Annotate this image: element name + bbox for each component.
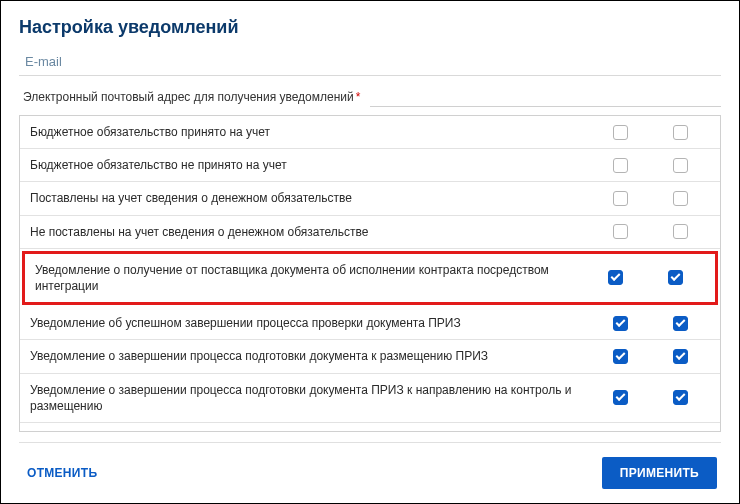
checkbox-column [590,316,650,331]
checkbox[interactable] [673,316,688,331]
email-label: Электронный почтовый адрес для получения… [23,90,354,104]
row-label: Уведомление о технической ошибке при раб… [30,431,590,432]
email-input[interactable] [370,86,721,107]
tab-email[interactable]: E-mail [19,48,721,76]
checkbox[interactable] [613,125,628,140]
checkbox-column [650,349,710,364]
checkbox-column [590,158,650,173]
checkbox-column [650,431,710,432]
table-row: Бюджетное обязательство принято на учет [20,116,720,149]
checkbox[interactable] [613,158,628,173]
checkbox[interactable] [668,270,683,285]
checkbox[interactable] [613,191,628,206]
checkbox[interactable] [613,349,628,364]
table-row: Уведомление о завершении процесса подгот… [20,374,720,423]
checkbox[interactable] [613,316,628,331]
checkbox[interactable] [673,224,688,239]
table-row: Уведомление об успешном завершении проце… [20,307,720,340]
checkbox-column [650,390,710,405]
checkbox[interactable] [613,390,628,405]
checkbox-column [590,191,650,206]
checkbox-column [650,224,710,239]
notification-settings-dialog: Настройка уведомлений E-mail Электронный… [1,1,739,503]
checkbox[interactable] [673,125,688,140]
checkbox-column [590,390,650,405]
checkbox[interactable] [613,224,628,239]
table-row: Уведомление о технической ошибке при раб… [20,423,720,432]
table-row: Не поставлены на учет сведения о денежно… [20,216,720,249]
checkbox[interactable] [608,270,623,285]
checkbox-column [650,191,710,206]
table-row: Уведомление о завершении процесса подгот… [20,340,720,373]
notification-table[interactable]: Бюджетное обязательство принято на учетБ… [19,115,721,432]
checkbox[interactable] [613,431,628,432]
dialog-title: Настройка уведомлений [19,17,721,38]
row-label: Бюджетное обязательство не принято на уч… [30,157,590,173]
row-label: Уведомление о завершении процесса подгот… [30,348,590,364]
table-row: Бюджетное обязательство не принято на уч… [20,149,720,182]
checkbox-column [590,349,650,364]
checkbox-column [650,316,710,331]
apply-button[interactable]: ПРИМЕНИТЬ [602,457,717,489]
checkbox-column [590,224,650,239]
row-label: Уведомление о получение от поставщика до… [35,262,585,294]
checkbox[interactable] [673,349,688,364]
checkbox[interactable] [673,390,688,405]
row-label: Уведомление о завершении процесса подгот… [30,382,590,414]
row-label: Бюджетное обязательство принято на учет [30,124,590,140]
checkbox-column [650,125,710,140]
table-row: Уведомление о получение от поставщика до… [22,251,718,305]
checkbox[interactable] [673,158,688,173]
required-marker: * [356,90,361,104]
checkbox-column [590,125,650,140]
cancel-button[interactable]: ОТМЕНИТЬ [23,460,101,486]
checkbox-column [585,270,645,285]
checkbox[interactable] [673,431,688,432]
checkbox-column [645,270,705,285]
checkbox-column [590,431,650,432]
email-field-row: Электронный почтовый адрес для получения… [19,86,721,107]
checkbox-column [650,158,710,173]
row-label: Не поставлены на учет сведения о денежно… [30,224,590,240]
row-label: Поставлены на учет сведения о денежном о… [30,190,590,206]
dialog-footer: ОТМЕНИТЬ ПРИМЕНИТЬ [19,442,721,503]
checkbox[interactable] [673,191,688,206]
table-row: Поставлены на учет сведения о денежном о… [20,182,720,215]
row-label: Уведомление об успешном завершении проце… [30,315,590,331]
